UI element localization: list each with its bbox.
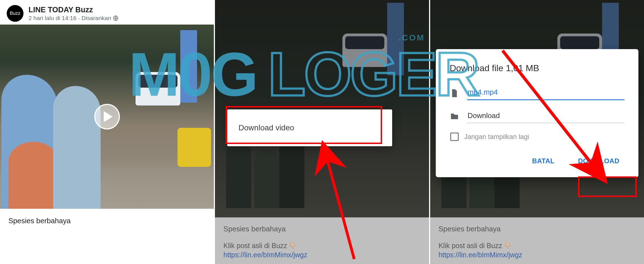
- pointing-down-icon: 👇🏼: [504, 242, 512, 249]
- cancel-button[interactable]: BATAL: [527, 153, 560, 169]
- suggested-label: Disarankan: [81, 15, 111, 21]
- info-cta: Klik post asli di Buzz 👇🏼: [439, 242, 636, 250]
- avatar-label: Buzz: [10, 11, 20, 16]
- separator: ·: [78, 15, 80, 21]
- video-thumbnail[interactable]: [0, 25, 214, 209]
- dont-show-row[interactable]: Jangan tampilkan lagi: [450, 133, 624, 141]
- filename-input[interactable]: mp4.mp4: [467, 86, 624, 100]
- svg-marker-2: [455, 89, 457, 91]
- dialog-actions: BATAL DOWNLOAD: [450, 153, 624, 169]
- panel-context-menu: Download video Spesies berbahaya Klik po…: [215, 0, 429, 264]
- file-icon: [450, 88, 459, 98]
- source-name[interactable]: LINE TODAY Buzz: [29, 5, 119, 14]
- globe-icon: [113, 15, 119, 21]
- folder-input[interactable]: Download: [467, 110, 624, 123]
- download-dialog: Download file 1,01 MB mp4.mp4 Download J…: [436, 49, 638, 177]
- info-cta: Klik post asli di Buzz 👇🏼: [223, 242, 420, 250]
- post-meta: LINE TODAY Buzz 2 hari lalu di 14:16 · D…: [29, 5, 119, 21]
- filename-row: mp4.mp4: [450, 86, 624, 100]
- pointing-down-icon: 👇🏼: [289, 242, 296, 249]
- post-timestamp: 2 hari lalu di 14:16: [29, 15, 77, 21]
- info-click-text: Klik post asli di Buzz: [223, 242, 287, 250]
- info-link[interactable]: https://lin.ee/bImMimx/jwgz: [439, 251, 636, 259]
- dialog-title: Download file 1,01 MB: [450, 63, 624, 73]
- info-title: Spesies berbahaya: [439, 225, 636, 233]
- play-button[interactable]: [94, 104, 120, 129]
- info-click-text: Klik post asli di Buzz: [439, 242, 502, 250]
- dont-show-label: Jangan tampilkan lagi: [464, 133, 529, 141]
- folder-icon: [450, 112, 459, 121]
- post-subline: 2 hari lalu di 14:16 · Disarankan: [29, 15, 119, 21]
- download-button[interactable]: DOWNLOAD: [573, 153, 624, 169]
- panel-feed-post: Buzz LINE TODAY Buzz 2 hari lalu di 14:1…: [0, 0, 214, 264]
- post-info-strip: Spesies berbahaya Klik post asli di Buzz…: [215, 217, 429, 264]
- info-link[interactable]: https://lin.ee/bImMimx/jwgz: [223, 251, 420, 259]
- menu-item-download-video[interactable]: Download video: [227, 119, 392, 136]
- post-info-strip: Spesies berbahaya Klik post asli di Buzz…: [430, 217, 644, 264]
- folder-row: Download: [450, 110, 624, 123]
- play-icon: [104, 111, 113, 122]
- post-caption: Spesies berbahaya: [0, 209, 214, 233]
- info-title: Spesies berbahaya: [223, 225, 420, 233]
- source-avatar[interactable]: Buzz: [7, 5, 23, 22]
- checkbox-icon[interactable]: [450, 133, 459, 141]
- panel-download-dialog: Download file 1,01 MB mp4.mp4 Download J…: [430, 0, 644, 264]
- post-header: Buzz LINE TODAY Buzz 2 hari lalu di 14:1…: [0, 0, 214, 25]
- context-menu: Download video: [227, 109, 392, 146]
